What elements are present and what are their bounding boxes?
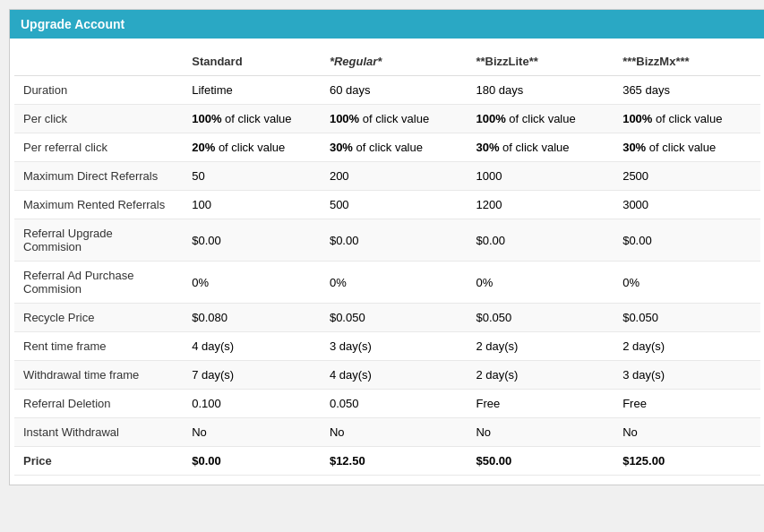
row-label: Referral Deletion <box>14 390 183 418</box>
cell-bizzlite: No <box>467 418 614 447</box>
row-label: Recycle Price <box>14 304 183 332</box>
cell-bizzlite: 100% of click value <box>467 105 614 133</box>
table-row: Referral Deletion0.1000.050FreeFree <box>14 390 760 418</box>
cell-regular: $12.50 <box>321 447 468 476</box>
row-label: Per referral click <box>14 133 183 162</box>
cell-bizzmx: $0.050 <box>614 304 760 332</box>
row-label: Maximum Direct Referrals <box>14 162 183 191</box>
table-row: Referral Upgrade Commision$0.00$0.00$0.0… <box>14 219 760 262</box>
cell-bizzlite: $0.00 <box>467 219 614 262</box>
cell-bizzmx: 3000 <box>614 191 760 219</box>
row-label: Instant Withdrawal <box>14 418 183 447</box>
cell-bizzmx: 100% of click value <box>614 105 760 133</box>
cell-regular: $0.00 <box>321 219 468 262</box>
table-row: Recycle Price$0.080$0.050$0.050$0.050 <box>14 304 760 332</box>
row-label: Rent time frame <box>14 332 183 361</box>
row-label: Referral Ad Purchase Commision <box>14 262 183 304</box>
cell-standard: $0.00 <box>183 219 321 262</box>
cell-regular: 30% of click value <box>321 133 468 162</box>
table-row: Maximum Rented Referrals10050012003000 <box>14 191 760 219</box>
col-header-regular: *Regular* <box>321 47 468 76</box>
cell-regular: 3 day(s) <box>321 332 468 361</box>
cell-standard: 50 <box>183 162 321 191</box>
cell-bizzmx: Free <box>614 390 760 418</box>
cell-regular: 200 <box>321 162 468 191</box>
cell-bizzlite: 2 day(s) <box>467 361 614 390</box>
cell-regular: 0.050 <box>321 390 468 418</box>
cell-regular: 500 <box>321 191 468 219</box>
cell-standard: 7 day(s) <box>183 361 321 390</box>
row-label: Duration <box>14 76 183 105</box>
cell-standard: Lifetime <box>183 76 321 105</box>
title-bar: Upgrade Account <box>10 10 764 39</box>
cell-bizzlite: $0.050 <box>467 304 614 332</box>
cell-regular: 0% <box>321 262 468 304</box>
table-row: Maximum Direct Referrals5020010002500 <box>14 162 760 191</box>
cell-bizzmx: 365 days <box>614 76 760 105</box>
cell-bizzmx: 3 day(s) <box>614 361 760 390</box>
cell-bizzlite: 180 days <box>467 76 614 105</box>
cell-regular: $0.050 <box>321 304 468 332</box>
table-row: Instant WithdrawalNoNoNoNo <box>14 418 760 447</box>
cell-regular: 4 day(s) <box>321 361 468 390</box>
cell-standard: 0.100 <box>183 390 321 418</box>
cell-bizzlite: 0% <box>467 262 614 304</box>
cell-standard: 20% of click value <box>183 133 321 162</box>
row-label: Referral Upgrade Commision <box>14 219 183 262</box>
cell-bizzmx: 0% <box>614 262 760 304</box>
cell-bizzlite: 30% of click value <box>467 133 614 162</box>
table-row: Rent time frame4 day(s)3 day(s)2 day(s)2… <box>14 332 760 361</box>
cell-bizzlite: $50.00 <box>467 447 614 476</box>
header-row: Standard *Regular* **BizzLite** ***BizzM… <box>14 47 760 76</box>
cell-bizzmx: $125.00 <box>614 447 760 476</box>
col-header-bizzmx: ***BizzMx*** <box>614 47 760 76</box>
row-label: Maximum Rented Referrals <box>14 191 183 219</box>
table-row: Per referral click20% of click value30% … <box>14 133 760 162</box>
col-header-standard: Standard <box>183 47 321 76</box>
cell-standard: 100% of click value <box>183 105 321 133</box>
cell-standard: 0% <box>183 262 321 304</box>
cell-standard: $0.080 <box>183 304 321 332</box>
cell-standard: 4 day(s) <box>183 332 321 361</box>
comparison-table: Standard *Regular* **BizzLite** ***BizzM… <box>14 47 760 476</box>
col-header-label <box>14 47 183 76</box>
cell-standard: 100 <box>183 191 321 219</box>
cell-bizzlite: 1200 <box>467 191 614 219</box>
row-label: Withdrawal time frame <box>14 361 183 390</box>
cell-regular: 60 days <box>321 76 468 105</box>
cell-bizzlite: 2 day(s) <box>467 332 614 361</box>
cell-regular: No <box>321 418 468 447</box>
table-row: DurationLifetime60 days180 days365 days <box>14 76 760 105</box>
table-row: Per click100% of click value100% of clic… <box>14 105 760 133</box>
upgrade-account-window: Upgrade Account Standard *Regular* **Biz… <box>9 9 764 485</box>
cell-bizzlite: 1000 <box>467 162 614 191</box>
table-container: Standard *Regular* **BizzLite** ***BizzM… <box>10 39 764 485</box>
cell-regular: 100% of click value <box>321 105 468 133</box>
row-label: Per click <box>14 105 183 133</box>
cell-bizzmx: $0.00 <box>614 219 760 262</box>
table-row: Referral Ad Purchase Commision0%0%0%0% <box>14 262 760 304</box>
cell-standard: No <box>183 418 321 447</box>
table-row: Withdrawal time frame7 day(s)4 day(s)2 d… <box>14 361 760 390</box>
cell-bizzmx: 2500 <box>614 162 760 191</box>
cell-bizzmx: 2 day(s) <box>614 332 760 361</box>
window-title: Upgrade Account <box>21 17 124 31</box>
cell-bizzmx: 30% of click value <box>614 133 760 162</box>
row-label: Price <box>14 447 183 476</box>
cell-bizzmx: No <box>614 418 760 447</box>
cell-bizzlite: Free <box>467 390 614 418</box>
col-header-bizzlite: **BizzLite** <box>467 47 614 76</box>
cell-standard: $0.00 <box>183 447 321 476</box>
table-row: Price$0.00$12.50$50.00$125.00 <box>14 447 760 476</box>
